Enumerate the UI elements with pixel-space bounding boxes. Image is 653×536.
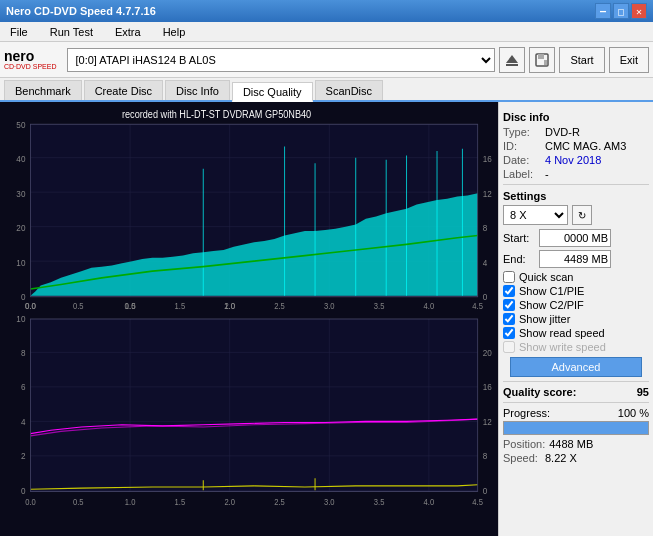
- svg-rect-50: [30, 319, 477, 491]
- show-write-speed-row: Show write speed: [503, 341, 649, 353]
- quick-scan-checkbox[interactable]: [503, 271, 515, 283]
- speed-label: Speed:: [503, 452, 541, 464]
- svg-text:4.5: 4.5: [472, 302, 483, 311]
- quality-score-value: 95: [637, 386, 649, 398]
- disc-label-row: Label: -: [503, 168, 649, 180]
- svg-rect-1: [506, 64, 518, 66]
- maximize-button[interactable]: □: [613, 3, 629, 19]
- menu-run-test[interactable]: Run Test: [44, 24, 99, 40]
- show-jitter-checkbox[interactable]: [503, 313, 515, 325]
- svg-text:12: 12: [483, 188, 492, 198]
- main-chart: recorded with HL-DT-ST DVDRAM GP50NB40 0…: [0, 102, 498, 536]
- drive-selector[interactable]: [0:0] ATAPI iHAS124 B AL0S: [67, 48, 496, 72]
- svg-text:0: 0: [483, 292, 488, 302]
- right-panel: Disc info Type: DVD-R ID: CMC MAG. AM3 D…: [498, 102, 653, 536]
- disc-info-title: Disc info: [503, 111, 649, 123]
- menu-help[interactable]: Help: [157, 24, 192, 40]
- quick-scan-label[interactable]: Quick scan: [519, 271, 573, 283]
- disc-label-value: -: [545, 168, 549, 180]
- start-label: Start:: [503, 232, 535, 244]
- svg-text:20: 20: [16, 223, 25, 233]
- show-read-speed-row: Show read speed: [503, 327, 649, 339]
- show-c2-checkbox[interactable]: [503, 299, 515, 311]
- svg-text:6: 6: [21, 382, 26, 392]
- speed-row: Speed: 8.22 X: [503, 452, 649, 464]
- progress-row: Progress: 100 %: [503, 407, 649, 419]
- show-read-speed-checkbox[interactable]: [503, 327, 515, 339]
- position-row: Position: 4488 MB: [503, 438, 649, 450]
- tab-disc-quality[interactable]: Disc Quality: [232, 82, 313, 102]
- svg-text:1.5: 1.5: [175, 302, 186, 311]
- svg-text:4.0: 4.0: [424, 498, 435, 507]
- svg-text:10: 10: [16, 314, 25, 324]
- svg-text:3.0: 3.0: [324, 302, 335, 311]
- menu-extra[interactable]: Extra: [109, 24, 147, 40]
- svg-text:8: 8: [483, 223, 488, 233]
- svg-text:0.5: 0.5: [73, 302, 84, 311]
- disc-label-label: Label:: [503, 168, 541, 180]
- exit-button[interactable]: Exit: [609, 47, 649, 73]
- nero-logo: nero CD·DVD SPEED: [4, 49, 57, 70]
- svg-text:4.5: 4.5: [472, 498, 483, 507]
- show-jitter-row: Show jitter: [503, 313, 649, 325]
- tab-create-disc[interactable]: Create Disc: [84, 80, 163, 100]
- close-button[interactable]: ✕: [631, 3, 647, 19]
- progress-bar-inner: [504, 422, 648, 434]
- show-write-speed-label: Show write speed: [519, 341, 606, 353]
- disc-date-value: 4 Nov 2018: [545, 154, 601, 166]
- svg-text:40: 40: [16, 154, 25, 164]
- svg-text:50: 50: [16, 119, 25, 129]
- menu-file[interactable]: File: [4, 24, 34, 40]
- svg-text:1.0: 1.0: [125, 302, 136, 311]
- svg-text:2.0: 2.0: [224, 498, 235, 507]
- svg-text:2.5: 2.5: [274, 302, 285, 311]
- show-c1-label[interactable]: Show C1/PIE: [519, 285, 584, 297]
- eject-icon-button[interactable]: [499, 47, 525, 73]
- svg-text:10: 10: [16, 257, 25, 267]
- tab-disc-info[interactable]: Disc Info: [165, 80, 230, 100]
- svg-text:8: 8: [483, 451, 488, 461]
- position-value: 4488 MB: [549, 438, 593, 450]
- disc-type-value: DVD-R: [545, 126, 580, 138]
- minimize-button[interactable]: —: [595, 3, 611, 19]
- save-icon-button[interactable]: [529, 47, 555, 73]
- svg-text:2: 2: [21, 451, 26, 461]
- svg-text:0: 0: [21, 485, 26, 495]
- quality-score-row: Quality score: 95: [503, 386, 649, 398]
- refresh-icon-button[interactable]: ↻: [572, 205, 592, 225]
- advanced-button[interactable]: Advanced: [510, 357, 641, 377]
- window-title: Nero CD-DVD Speed 4.7.7.16: [6, 5, 156, 17]
- toolbar: nero CD·DVD SPEED [0:0] ATAPI iHAS124 B …: [0, 42, 653, 78]
- svg-text:2.5: 2.5: [274, 498, 285, 507]
- svg-text:30: 30: [16, 188, 25, 198]
- svg-text:16: 16: [483, 382, 492, 392]
- end-input-row: End:: [503, 250, 649, 268]
- show-jitter-label[interactable]: Show jitter: [519, 313, 570, 325]
- title-bar-buttons: — □ ✕: [595, 3, 647, 19]
- divider-1: [503, 184, 649, 185]
- progress-bar-outer: [503, 421, 649, 435]
- start-button[interactable]: Start: [559, 47, 604, 73]
- svg-rect-4: [544, 60, 547, 65]
- progress-label: Progress:: [503, 407, 550, 419]
- svg-text:20: 20: [483, 347, 492, 357]
- show-write-speed-checkbox[interactable]: [503, 341, 515, 353]
- end-field[interactable]: [539, 250, 611, 268]
- tab-benchmark[interactable]: Benchmark: [4, 80, 82, 100]
- svg-text:8: 8: [21, 347, 26, 357]
- quick-scan-row: Quick scan: [503, 271, 649, 283]
- menu-bar: File Run Test Extra Help: [0, 22, 653, 42]
- show-c1-checkbox[interactable]: [503, 285, 515, 297]
- disc-date-row: Date: 4 Nov 2018: [503, 154, 649, 166]
- show-c2-label[interactable]: Show C2/PIF: [519, 299, 584, 311]
- start-field[interactable]: [539, 229, 611, 247]
- svg-text:3.5: 3.5: [374, 498, 385, 507]
- svg-marker-0: [506, 55, 518, 63]
- progress-value: 100 %: [618, 407, 649, 419]
- show-read-speed-label[interactable]: Show read speed: [519, 327, 605, 339]
- quality-score-label: Quality score:: [503, 386, 576, 398]
- end-label: End:: [503, 253, 535, 265]
- tab-scandisc[interactable]: ScanDisc: [315, 80, 383, 100]
- speed-selector[interactable]: 8 X: [503, 205, 568, 225]
- divider-3: [503, 402, 649, 403]
